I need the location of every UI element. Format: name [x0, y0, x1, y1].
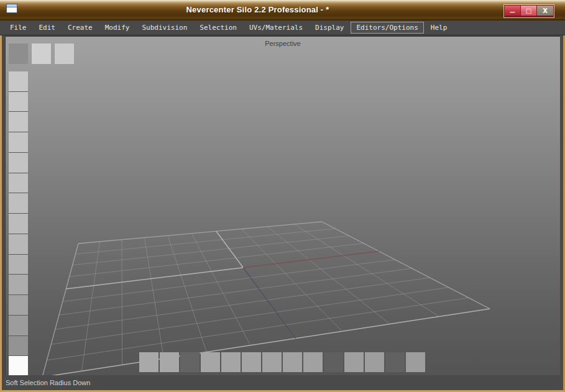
top-toolbar-button-2[interactable]: [32, 43, 51, 64]
bottom-toolbar-button-4[interactable]: [201, 352, 220, 372]
menu-display[interactable]: Display: [310, 22, 349, 34]
titlebar[interactable]: Nevercenter Silo 2.2 Professional - * — …: [0, 0, 565, 21]
viewport-label: Perspective: [6, 40, 560, 47]
bottom-toolbar-button-7[interactable]: [262, 352, 282, 372]
window-icon: [6, 4, 17, 13]
close-button[interactable]: X: [537, 6, 553, 16]
left-toolbar-button-15[interactable]: [9, 356, 28, 375]
menu-edit[interactable]: Edit: [34, 22, 62, 34]
bottom-toolbar: [139, 352, 425, 372]
bottom-toolbar-button-1[interactable]: [139, 352, 158, 372]
menu-file[interactable]: File: [4, 22, 32, 34]
maximize-button[interactable]: □: [521, 6, 537, 16]
left-toolbar-button-5[interactable]: [9, 153, 28, 173]
bottom-toolbar-button-2[interactable]: [160, 352, 179, 372]
menubar: FileEditCreateModifySubdivisionSelection…: [0, 21, 565, 35]
left-toolbar-button-11[interactable]: [9, 275, 28, 294]
bottom-toolbar-button-5[interactable]: [221, 352, 241, 372]
top-toolbar-button-1[interactable]: [9, 43, 28, 64]
menu-editors-options[interactable]: Editors/Options: [351, 22, 423, 34]
left-toolbar-button-12[interactable]: [9, 295, 28, 315]
close-icon: X: [543, 7, 548, 14]
left-toolbar-button-2[interactable]: [9, 92, 28, 112]
menu-subdivision[interactable]: Subdivision: [137, 22, 193, 34]
bottom-toolbar-button-14[interactable]: [406, 352, 425, 372]
minimize-button[interactable]: —: [505, 6, 521, 16]
left-toolbar-button-8[interactable]: [9, 214, 28, 234]
bottom-toolbar-button-11[interactable]: [344, 352, 364, 372]
bottom-toolbar-button-8[interactable]: [283, 352, 302, 372]
menu-create[interactable]: Create: [62, 22, 98, 34]
left-toolbar-button-14[interactable]: [9, 336, 28, 356]
left-toolbar-button-1[interactable]: [9, 71, 28, 91]
window-controls: — □ X: [504, 5, 554, 17]
menu-uvs-materials[interactable]: UVs/Materials: [244, 22, 308, 34]
status-text: Soft Selection Radius Down: [6, 379, 90, 386]
left-toolbar-button-10[interactable]: [9, 255, 28, 275]
menu-selection[interactable]: Selection: [194, 22, 242, 34]
viewport-perspective[interactable]: Perspective: [5, 36, 560, 375]
statusbar: Soft Selection Radius Down: [2, 375, 563, 390]
window-title: Nevercenter Silo 2.2 Professional - *: [25, 0, 490, 21]
top-toolbar: [9, 43, 74, 64]
bottom-toolbar-button-13[interactable]: [385, 352, 405, 372]
ground-grid: [6, 37, 560, 375]
menu-modify[interactable]: Modify: [99, 22, 136, 34]
left-toolbar: [9, 71, 28, 375]
left-toolbar-button-7[interactable]: [9, 193, 28, 213]
menu-help[interactable]: Help: [425, 22, 453, 34]
left-toolbar-button-9[interactable]: [9, 234, 28, 254]
minimize-icon: —: [510, 9, 515, 15]
left-toolbar-button-13[interactable]: [9, 316, 28, 335]
bottom-toolbar-button-12[interactable]: [365, 352, 384, 372]
bottom-toolbar-button-9[interactable]: [303, 352, 323, 372]
left-toolbar-button-4[interactable]: [9, 132, 28, 152]
bottom-toolbar-button-3[interactable]: [180, 352, 200, 372]
top-toolbar-button-3[interactable]: [55, 43, 74, 64]
left-toolbar-button-6[interactable]: [9, 173, 28, 193]
left-toolbar-button-3[interactable]: [9, 112, 28, 132]
bottom-toolbar-button-6[interactable]: [242, 352, 261, 372]
bottom-toolbar-button-10[interactable]: [324, 352, 343, 372]
maximize-icon: □: [526, 7, 531, 14]
